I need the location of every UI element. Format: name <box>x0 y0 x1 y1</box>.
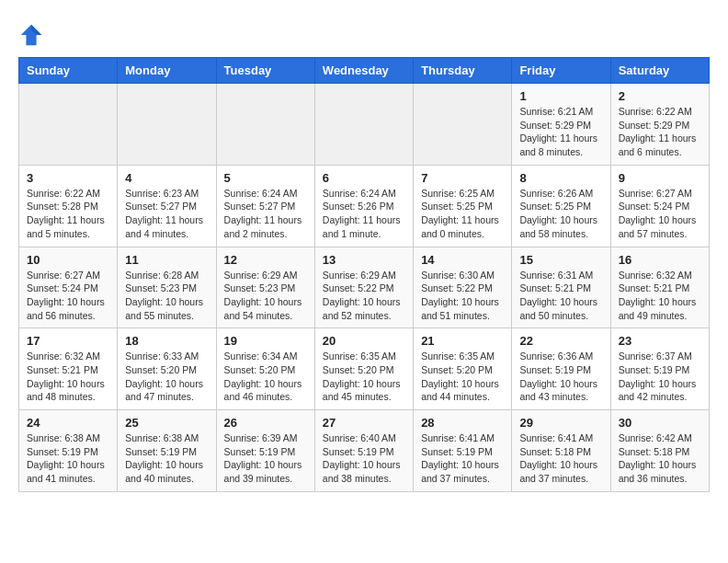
day-number: 3 <box>27 171 109 185</box>
day-number: 23 <box>619 334 701 348</box>
day-number: 18 <box>125 334 208 348</box>
day-info: Sunrise: 6:29 AM Sunset: 5:23 PM Dayligh… <box>224 269 307 323</box>
day-number: 7 <box>421 171 504 185</box>
day-number: 2 <box>619 89 701 103</box>
day-info: Sunrise: 6:27 AM Sunset: 5:24 PM Dayligh… <box>27 269 109 323</box>
calendar-cell: 29Sunrise: 6:41 AM Sunset: 5:18 PM Dayli… <box>512 410 610 492</box>
day-number: 13 <box>323 253 405 267</box>
calendar-cell: 16Sunrise: 6:32 AM Sunset: 5:21 PM Dayli… <box>610 247 709 328</box>
day-info: Sunrise: 6:21 AM Sunset: 5:29 PM Dayligh… <box>519 105 602 159</box>
weekday-header-friday: Friday <box>512 58 610 84</box>
calendar-cell: 20Sunrise: 6:35 AM Sunset: 5:20 PM Dayli… <box>314 328 413 410</box>
day-number: 20 <box>323 334 405 348</box>
calendar-cell: 12Sunrise: 6:29 AM Sunset: 5:23 PM Dayli… <box>216 247 314 328</box>
calendar-cell <box>118 84 216 166</box>
calendar-cell <box>216 84 314 166</box>
calendar-cell: 9Sunrise: 6:27 AM Sunset: 5:24 PM Daylig… <box>610 165 709 247</box>
day-number: 1 <box>519 89 602 103</box>
day-info: Sunrise: 6:35 AM Sunset: 5:20 PM Dayligh… <box>323 350 405 404</box>
calendar-cell: 19Sunrise: 6:34 AM Sunset: 5:20 PM Dayli… <box>216 328 314 410</box>
day-info: Sunrise: 6:40 AM Sunset: 5:19 PM Dayligh… <box>323 431 405 486</box>
calendar-cell: 6Sunrise: 6:24 AM Sunset: 5:26 PM Daylig… <box>314 165 413 247</box>
day-number: 5 <box>224 171 307 185</box>
calendar-cell: 27Sunrise: 6:40 AM Sunset: 5:19 PM Dayli… <box>314 410 413 492</box>
day-number: 25 <box>125 416 208 430</box>
day-info: Sunrise: 6:25 AM Sunset: 5:25 PM Dayligh… <box>421 187 504 241</box>
day-number: 30 <box>619 416 701 430</box>
day-number: 17 <box>27 334 109 348</box>
calendar-cell: 1Sunrise: 6:21 AM Sunset: 5:29 PM Daylig… <box>512 84 610 166</box>
day-info: Sunrise: 6:36 AM Sunset: 5:19 PM Dayligh… <box>519 350 602 404</box>
day-info: Sunrise: 6:32 AM Sunset: 5:21 PM Dayligh… <box>27 350 109 404</box>
day-info: Sunrise: 6:34 AM Sunset: 5:20 PM Dayligh… <box>224 350 307 404</box>
weekday-header-saturday: Saturday <box>610 58 709 84</box>
day-info: Sunrise: 6:32 AM Sunset: 5:21 PM Dayligh… <box>619 269 701 323</box>
calendar-cell: 10Sunrise: 6:27 AM Sunset: 5:24 PM Dayli… <box>19 247 118 328</box>
day-info: Sunrise: 6:35 AM Sunset: 5:20 PM Dayligh… <box>421 350 504 404</box>
calendar-cell: 11Sunrise: 6:28 AM Sunset: 5:23 PM Dayli… <box>118 247 216 328</box>
day-number: 22 <box>519 334 602 348</box>
calendar-table: SundayMondayTuesdayWednesdayThursdayFrid… <box>18 57 710 492</box>
day-number: 11 <box>125 253 208 267</box>
calendar-cell: 24Sunrise: 6:38 AM Sunset: 5:19 PM Dayli… <box>19 410 118 492</box>
calendar-cell: 22Sunrise: 6:36 AM Sunset: 5:19 PM Dayli… <box>512 328 610 410</box>
calendar-cell: 8Sunrise: 6:26 AM Sunset: 5:25 PM Daylig… <box>512 165 610 247</box>
day-info: Sunrise: 6:26 AM Sunset: 5:25 PM Dayligh… <box>519 187 602 241</box>
day-info: Sunrise: 6:28 AM Sunset: 5:23 PM Dayligh… <box>125 269 208 323</box>
weekday-header-row: SundayMondayTuesdayWednesdayThursdayFrid… <box>19 58 710 84</box>
day-number: 29 <box>519 416 602 430</box>
logo[interactable] <box>18 22 48 48</box>
day-info: Sunrise: 6:24 AM Sunset: 5:26 PM Dayligh… <box>323 187 405 241</box>
calendar-cell: 30Sunrise: 6:42 AM Sunset: 5:18 PM Dayli… <box>610 410 709 492</box>
calendar-cell <box>414 84 512 166</box>
calendar-cell: 18Sunrise: 6:33 AM Sunset: 5:20 PM Dayli… <box>118 328 216 410</box>
day-info: Sunrise: 6:37 AM Sunset: 5:19 PM Dayligh… <box>619 350 701 404</box>
calendar-cell: 3Sunrise: 6:22 AM Sunset: 5:28 PM Daylig… <box>19 165 118 247</box>
day-number: 12 <box>224 253 307 267</box>
calendar-cell: 13Sunrise: 6:29 AM Sunset: 5:22 PM Dayli… <box>314 247 413 328</box>
day-number: 14 <box>421 253 504 267</box>
calendar-cell: 2Sunrise: 6:22 AM Sunset: 5:29 PM Daylig… <box>610 84 709 166</box>
day-number: 19 <box>224 334 307 348</box>
calendar-cell: 21Sunrise: 6:35 AM Sunset: 5:20 PM Dayli… <box>414 328 512 410</box>
calendar-week-5: 24Sunrise: 6:38 AM Sunset: 5:19 PM Dayli… <box>19 410 710 492</box>
weekday-header-wednesday: Wednesday <box>314 58 413 84</box>
calendar-cell: 25Sunrise: 6:38 AM Sunset: 5:19 PM Dayli… <box>118 410 216 492</box>
calendar-cell: 14Sunrise: 6:30 AM Sunset: 5:22 PM Dayli… <box>414 247 512 328</box>
day-info: Sunrise: 6:22 AM Sunset: 5:28 PM Dayligh… <box>27 187 109 241</box>
calendar-cell: 15Sunrise: 6:31 AM Sunset: 5:21 PM Dayli… <box>512 247 610 328</box>
day-info: Sunrise: 6:31 AM Sunset: 5:21 PM Dayligh… <box>519 269 602 323</box>
day-number: 8 <box>519 171 602 185</box>
day-info: Sunrise: 6:41 AM Sunset: 5:19 PM Dayligh… <box>421 431 504 486</box>
day-number: 10 <box>27 253 109 267</box>
calendar-week-3: 10Sunrise: 6:27 AM Sunset: 5:24 PM Dayli… <box>19 247 710 328</box>
calendar-cell: 28Sunrise: 6:41 AM Sunset: 5:19 PM Dayli… <box>414 410 512 492</box>
day-info: Sunrise: 6:30 AM Sunset: 5:22 PM Dayligh… <box>421 269 504 323</box>
calendar-cell <box>314 84 413 166</box>
calendar-cell: 17Sunrise: 6:32 AM Sunset: 5:21 PM Dayli… <box>19 328 118 410</box>
day-info: Sunrise: 6:29 AM Sunset: 5:22 PM Dayligh… <box>323 269 405 323</box>
calendar-cell: 26Sunrise: 6:39 AM Sunset: 5:19 PM Dayli… <box>216 410 314 492</box>
day-info: Sunrise: 6:38 AM Sunset: 5:19 PM Dayligh… <box>125 431 208 486</box>
day-number: 21 <box>421 334 504 348</box>
day-info: Sunrise: 6:41 AM Sunset: 5:18 PM Dayligh… <box>519 431 602 486</box>
day-number: 15 <box>519 253 602 267</box>
day-info: Sunrise: 6:33 AM Sunset: 5:20 PM Dayligh… <box>125 350 208 404</box>
day-number: 6 <box>323 171 405 185</box>
calendar-cell: 7Sunrise: 6:25 AM Sunset: 5:25 PM Daylig… <box>414 165 512 247</box>
day-info: Sunrise: 6:27 AM Sunset: 5:24 PM Dayligh… <box>619 187 701 241</box>
day-number: 27 <box>323 416 405 430</box>
calendar-week-1: 1Sunrise: 6:21 AM Sunset: 5:29 PM Daylig… <box>19 84 710 166</box>
calendar-week-2: 3Sunrise: 6:22 AM Sunset: 5:28 PM Daylig… <box>19 165 710 247</box>
calendar-cell: 5Sunrise: 6:24 AM Sunset: 5:27 PM Daylig… <box>216 165 314 247</box>
day-info: Sunrise: 6:42 AM Sunset: 5:18 PM Dayligh… <box>619 431 701 486</box>
day-info: Sunrise: 6:39 AM Sunset: 5:19 PM Dayligh… <box>224 431 307 486</box>
day-number: 9 <box>619 171 701 185</box>
day-number: 16 <box>619 253 701 267</box>
day-info: Sunrise: 6:24 AM Sunset: 5:27 PM Dayligh… <box>224 187 307 241</box>
day-number: 4 <box>125 171 208 185</box>
calendar-cell <box>19 84 118 166</box>
weekday-header-tuesday: Tuesday <box>216 58 314 84</box>
weekday-header-sunday: Sunday <box>19 58 118 84</box>
calendar-week-4: 17Sunrise: 6:32 AM Sunset: 5:21 PM Dayli… <box>19 328 710 410</box>
